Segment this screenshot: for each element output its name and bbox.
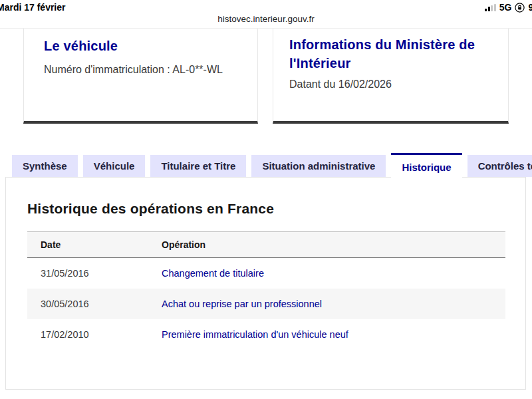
- column-header-date: Date: [27, 239, 148, 250]
- operation-date: 31/05/2016: [27, 268, 148, 279]
- history-table-body: 31/05/2016Changement de titulaire30/05/2…: [27, 258, 505, 350]
- ministry-card: Informations du Ministère de l'Intérieur…: [273, 29, 509, 124]
- page-title: Historique des opérations en France: [27, 201, 274, 217]
- status-bar: Mardi 17 février 5G 99: [0, 0, 532, 15]
- tab-historique[interactable]: Historique: [391, 153, 462, 180]
- operation-date: 17/02/2010: [27, 329, 148, 340]
- vehicle-card-title: Le véhicule: [44, 37, 239, 55]
- column-header-operation: Opération: [148, 239, 505, 250]
- status-date: Mardi 17 février: [0, 2, 66, 13]
- tab-bar: SynthèseVéhiculeTitulaire et TitreSituat…: [12, 155, 532, 180]
- battery-percent: 99: [528, 2, 532, 13]
- operation-label: Changement de titulaire: [148, 268, 505, 279]
- tab-situation-administrative[interactable]: Situation administrative: [251, 155, 386, 177]
- history-table-header: Date Opération: [27, 232, 505, 258]
- cellular-signal-icon: [485, 4, 496, 11]
- tab-vehicule[interactable]: Véhicule: [83, 155, 146, 177]
- ministry-card-title: Informations du Ministère de l'Intérieur: [289, 35, 491, 72]
- table-row: 31/05/2016Changement de titulaire: [27, 258, 505, 289]
- history-table: Date Opération 31/05/2016Changement de t…: [27, 231, 505, 350]
- ministry-data-date: Datant du 16/02/2026: [289, 78, 491, 90]
- table-row: 30/05/2016Achat ou reprise par un profes…: [27, 289, 505, 319]
- table-row: 17/02/2010Première immatriculation d'un …: [27, 319, 505, 350]
- vehicle-card: Le véhicule Numéro d'immatriculation : A…: [23, 29, 258, 124]
- network-type-label: 5G: [499, 2, 512, 13]
- tab-titulaire-et-titre[interactable]: Titulaire et Titre: [150, 155, 246, 177]
- tab-synthese[interactable]: Synthèse: [12, 155, 78, 177]
- operation-label: Première immatriculation d'un véhicule n…: [148, 329, 505, 340]
- vehicle-registration-number: Numéro d'immatriculation : AL-0**-WL: [44, 64, 239, 76]
- tab-controles-techniques[interactable]: Contrôles techniques: [467, 155, 532, 177]
- orientation-lock-icon: [515, 3, 525, 13]
- operation-label: Achat ou reprise par un professionnel: [148, 299, 505, 309]
- history-panel: Historique des opérations en France Date…: [5, 177, 526, 390]
- operation-date: 30/05/2016: [27, 299, 148, 309]
- browser-address-bar[interactable]: histovec.interieur.gouv.fr: [0, 14, 532, 24]
